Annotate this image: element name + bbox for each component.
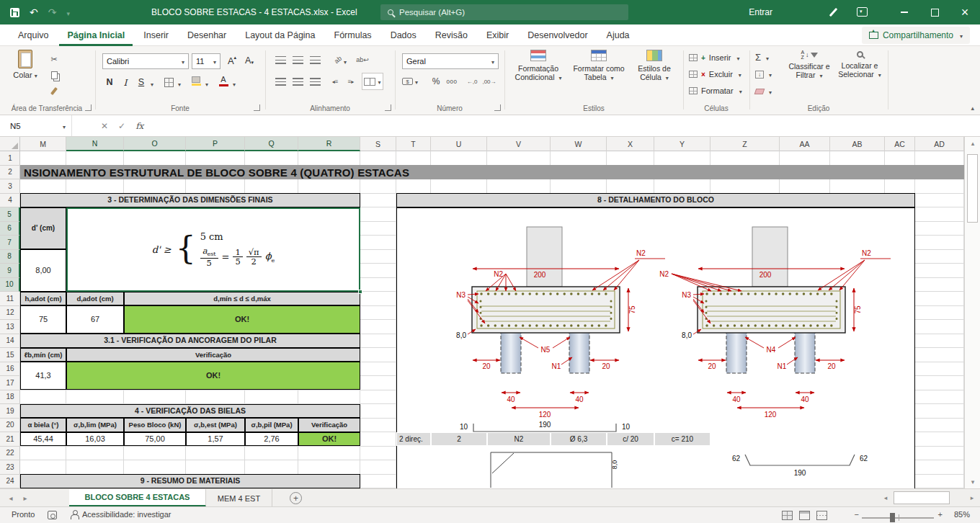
column-header-Q[interactable]: Q <box>245 137 298 151</box>
row-header-14[interactable]: 14 <box>0 334 20 349</box>
row-header-19[interactable]: 19 <box>0 404 20 419</box>
section9-header-cell[interactable]: 9 - RESUMO DE MATERIAIS <box>20 474 360 488</box>
section4-header-cell[interactable]: 4 - VERIFICAÇÃO DAS BIELAS <box>20 404 360 418</box>
row-header-20[interactable]: 20 <box>0 419 20 433</box>
column-header-U[interactable]: U <box>431 137 487 151</box>
horizontal-scroll-thumb[interactable] <box>894 491 950 504</box>
column-header-P[interactable]: P <box>186 137 245 151</box>
row-header-17[interactable]: 17 <box>0 376 20 390</box>
scroll-left-icon[interactable] <box>879 491 892 504</box>
macro-record-icon[interactable] <box>48 511 57 519</box>
sigma-lim-header-cell[interactable]: σ,b,lim (MPa) <box>66 418 124 432</box>
dcheck-status-cell[interactable]: OK! <box>124 305 360 334</box>
zoom-out-icon[interactable]: − <box>855 510 859 519</box>
schedule-direcoes-cell[interactable]: 2 direç. <box>396 432 431 446</box>
section31-header-cell[interactable]: 3.1 - VERIFICAÇÃO DA ANCORAGEM DO PILAR <box>20 334 360 348</box>
row-header-12[interactable]: 12 <box>0 306 20 321</box>
row-header-11[interactable]: 11 <box>0 292 20 306</box>
row-header-21[interactable]: 21 <box>0 432 20 447</box>
column-header-AB[interactable]: AB <box>830 137 885 151</box>
worksheet-title-cell[interactable]: NSIONAMENTO ESTRUTURAL DE BLOCO SOBRE 4 … <box>20 165 964 179</box>
row-header-9[interactable]: 9 <box>0 264 20 278</box>
sigma-lim-value-cell[interactable]: 16,03 <box>66 432 124 446</box>
alpha-value-cell[interactable]: 45,44 <box>20 432 66 446</box>
column-header-N[interactable]: N <box>66 137 124 151</box>
column-header-AA[interactable]: AA <box>780 137 830 151</box>
row-header-1[interactable]: 1 <box>0 151 20 166</box>
column-header-S[interactable]: S <box>360 137 396 151</box>
column-header-W[interactable]: W <box>551 137 607 151</box>
sigma-pil-header-cell[interactable]: σ,b,pil (MPa) <box>245 418 298 432</box>
dprime-value-cell[interactable]: 8,00 <box>20 249 66 292</box>
verif-header-cell[interactable]: Verificação <box>298 418 360 432</box>
section3-header-cell[interactable]: 3 - DETERMINAÇÃO DAS DIMENSÕES FINAIS <box>20 193 360 207</box>
dcheck-label-cell[interactable]: d,mín ≤ d ≤ d,máx <box>124 292 360 305</box>
bielas-status-cell[interactable]: OK! <box>298 432 360 446</box>
row-header-2[interactable]: 2 <box>0 166 20 180</box>
accessibility-status[interactable]: Acessibilidade: investigar <box>82 510 172 519</box>
verificacao-label-cell[interactable]: Verificação <box>66 348 360 362</box>
row-header-23[interactable]: 23 <box>0 460 20 475</box>
column-header-AD[interactable]: AD <box>915 137 964 151</box>
column-header-Y[interactable]: Y <box>654 137 710 151</box>
row-header-10[interactable]: 10 <box>0 278 20 292</box>
schedule-mark-cell[interactable]: N2 <box>487 432 551 446</box>
schedule-length-cell[interactable]: c= 210 <box>654 432 710 446</box>
anchorage-status-cell[interactable]: OK! <box>66 362 360 390</box>
zoom-in-icon[interactable]: + <box>938 510 943 519</box>
normal-view-icon[interactable] <box>782 511 793 520</box>
vertical-scrollbar[interactable] <box>964 137 980 488</box>
peso-value-cell[interactable]: 75,00 <box>124 432 186 446</box>
page-layout-view-icon[interactable] <box>799 511 810 520</box>
vertical-scroll-thumb[interactable] <box>967 154 978 223</box>
column-header-V[interactable]: V <box>487 137 551 151</box>
sheet-nav-right-icon[interactable] <box>19 489 32 507</box>
scroll-up-icon[interactable] <box>965 137 980 150</box>
dprime-formula-cell[interactable]: d' ≥ { 5 cm aest5 = 15 √π2 ϕe <box>66 207 360 292</box>
row-header-16[interactable]: 16 <box>0 362 20 377</box>
schedule-spacing-cell[interactable]: c/ 20 <box>607 432 654 446</box>
column-header-X[interactable]: X <box>607 137 654 151</box>
lbmin-label-cell[interactable]: ℓb,mín (cm) <box>20 348 66 362</box>
column-header-AC[interactable]: AC <box>885 137 915 151</box>
sheet-tab-bloco-sobre-4-estacas[interactable]: BLOCO SOBRE 4 ESTACAS <box>69 489 206 507</box>
hadot-value-cell[interactable]: 75 <box>20 305 66 334</box>
selection-fill-handle[interactable] <box>358 290 362 294</box>
zoom-percentage[interactable]: 85% <box>954 510 970 519</box>
column-header-M[interactable]: M <box>20 137 66 151</box>
row-header-15[interactable]: 15 <box>0 348 20 362</box>
dprime-label-cell[interactable]: d' (cm) <box>20 207 66 249</box>
row-header-8[interactable]: 8 <box>0 250 20 264</box>
detail-header-cell[interactable]: 8 - DETALHAMENTO DO BLOCO <box>396 193 915 207</box>
hadot-label-cell[interactable]: h,adot (cm) <box>20 292 66 305</box>
sheet-tab-mem-4-est[interactable]: MEM 4 EST <box>206 489 272 507</box>
scroll-down-icon[interactable] <box>965 475 980 488</box>
column-header-R[interactable]: R <box>298 137 360 151</box>
scroll-right-icon[interactable] <box>966 491 979 504</box>
row-header-18[interactable]: 18 <box>0 390 20 405</box>
sheet-nav-left-icon[interactable] <box>4 489 17 507</box>
new-sheet-button[interactable] <box>290 492 302 504</box>
sigma-est-value-cell[interactable]: 1,57 <box>186 432 245 446</box>
horizontal-scrollbar[interactable] <box>879 491 979 505</box>
schedule-diameter-cell[interactable]: Ø 6,3 <box>551 432 607 446</box>
page-break-view-icon[interactable] <box>816 511 827 520</box>
alpha-header-cell[interactable]: α biela (°) <box>20 418 66 432</box>
select-all-corner[interactable] <box>0 137 20 151</box>
row-header-22[interactable]: 22 <box>0 447 20 461</box>
row-header-13[interactable]: 13 <box>0 320 20 334</box>
dadot-value-cell[interactable]: 67 <box>66 305 124 334</box>
column-header-O[interactable]: O <box>124 137 186 151</box>
column-header-Z[interactable]: Z <box>710 137 780 151</box>
zoom-slider-thumb[interactable] <box>890 513 895 522</box>
dadot-label-cell[interactable]: d,adot (cm) <box>66 292 124 305</box>
lbmin-value-cell[interactable]: 41,3 <box>20 362 66 390</box>
sigma-est-header-cell[interactable]: σ,b,est (MPa) <box>186 418 245 432</box>
row-header-4[interactable]: 4 <box>0 194 20 208</box>
sigma-pil-value-cell[interactable]: 2,76 <box>245 432 298 446</box>
schedule-qty-cell[interactable]: 2 <box>431 432 487 446</box>
row-header-7[interactable]: 7 <box>0 236 20 250</box>
row-header-24[interactable]: 24 <box>0 475 20 489</box>
row-header-6[interactable]: 6 <box>0 222 20 236</box>
row-header-3[interactable]: 3 <box>0 179 20 194</box>
